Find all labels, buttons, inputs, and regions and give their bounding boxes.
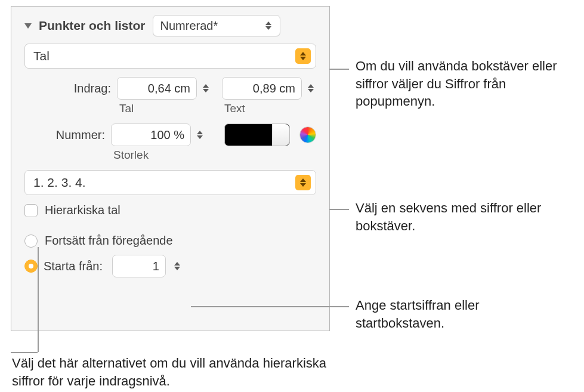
leader-line [191, 306, 349, 307]
number-type-value: Tal [33, 49, 291, 63]
start-from-row: Starta från: 1 [24, 255, 316, 277]
start-from-label: Starta från: [44, 260, 103, 273]
hierarchical-label: Hierarkiska tal [45, 203, 120, 217]
number-size-sublabel: Storlek [111, 149, 149, 162]
leader-line [329, 69, 349, 70]
number-label: Nummer: [24, 124, 105, 142]
callout-sequence-popup: Välj en sekvens med siffror eller bokstä… [356, 199, 558, 234]
color-picker-icon[interactable] [299, 126, 316, 143]
stepper-icon[interactable] [172, 262, 183, 270]
leader-line [38, 247, 39, 352]
number-row: Nummer: 100 % Storlek [24, 124, 316, 162]
number-color-well[interactable] [224, 124, 290, 146]
continue-label: Fortsätt från föregående [45, 234, 173, 248]
number-size-value: 100 % [150, 128, 184, 142]
stepper-icon[interactable] [200, 84, 211, 92]
indent-text-value: 0,89 cm [253, 82, 295, 95]
continue-row: Fortsätt från föregående [24, 234, 316, 248]
callout-hierarchical: Välj det här alternativet om du vill anv… [12, 354, 334, 390]
start-from-field[interactable]: 1 [112, 255, 166, 277]
number-size-field[interactable]: 100 % [111, 124, 191, 146]
list-style-value: Numrerad* [160, 19, 263, 33]
leader-line [329, 209, 349, 210]
section-header: Punkter och listor Numrerad* [24, 15, 316, 36]
sequence-popup[interactable]: 1. 2. 3. 4. [24, 170, 316, 195]
indent-number-field[interactable]: 0,64 cm [117, 77, 197, 100]
sequence-value: 1. 2. 3. 4. [33, 175, 291, 190]
start-from-value: 1 [153, 260, 159, 273]
bullets-lists-panel: Punkter och listor Numrerad* Tal Indrag:… [11, 6, 330, 331]
callout-start-from: Ange startsiffran eller startbokstaven. [356, 297, 558, 332]
updown-chevron-icon [295, 175, 311, 190]
indent-label: Indrag: [24, 77, 111, 95]
list-style-popup[interactable]: Numrerad* [153, 15, 280, 36]
updown-chevron-icon [295, 48, 311, 64]
callout-type-popup: Om du vill använda bokstäver eller siffr… [356, 57, 576, 110]
hierarchical-row: Hierarkiska tal [24, 203, 316, 217]
indent-text-sublabel: Text [222, 102, 245, 115]
disclosure-triangle-icon[interactable] [24, 23, 32, 29]
leader-line [11, 352, 38, 353]
indent-row: Indrag: 0,64 cm Tal 0,89 cm Text [24, 77, 316, 115]
indent-number-sublabel: Tal [117, 102, 134, 115]
updown-chevron-icon [263, 21, 274, 30]
stepper-icon[interactable] [194, 131, 205, 139]
section-title: Punkter och listor [39, 18, 146, 33]
indent-number-value: 0,64 cm [148, 82, 190, 95]
number-type-popup[interactable]: Tal [24, 44, 316, 69]
start-from-radio[interactable] [24, 260, 38, 273]
indent-text-field[interactable]: 0,89 cm [222, 77, 302, 100]
stepper-icon[interactable] [305, 84, 316, 92]
continue-radio[interactable] [24, 234, 38, 248]
hierarchical-checkbox[interactable] [24, 204, 38, 217]
